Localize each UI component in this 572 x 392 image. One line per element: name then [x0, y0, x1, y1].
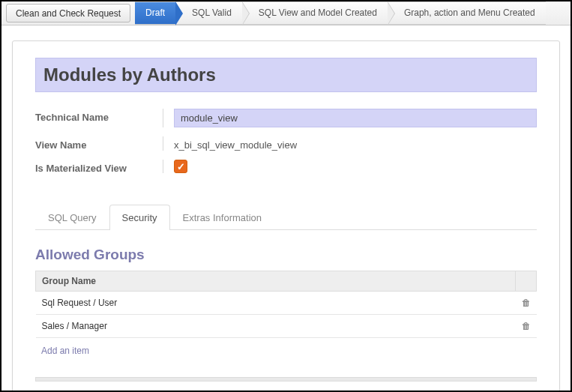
trash-icon: 🗑: [522, 298, 531, 308]
trash-icon: 🗑: [522, 321, 531, 331]
top-toolbar: Clean and Check Request Draft SQL Valid …: [1, 1, 571, 25]
stage-view-model-created[interactable]: SQL View and Model Created: [242, 1, 388, 25]
tab-security[interactable]: Security: [109, 205, 170, 230]
group-name-cell[interactable]: Sql Request / User: [36, 292, 516, 315]
view-name-value: x_bi_sql_view_module_view: [174, 136, 537, 151]
table-row[interactable]: Sales / Manager 🗑: [36, 315, 537, 338]
page-title[interactable]: Modules by Authors: [35, 58, 537, 92]
tab-extras-information[interactable]: Extras Information: [170, 205, 275, 230]
technical-name-label: Technical Name: [35, 109, 163, 123]
tabs: SQL Query Security Extras Information: [35, 204, 537, 230]
stage-draft[interactable]: Draft: [135, 1, 175, 25]
materialized-label: Is Materialized View: [35, 160, 163, 174]
footer-divider: [35, 377, 537, 382]
form-sheet: Modules by Authors Technical Name module…: [12, 40, 560, 392]
add-item-link[interactable]: Add an item: [35, 338, 537, 364]
materialized-checkbox[interactable]: ✓: [174, 160, 187, 173]
delete-row-button[interactable]: 🗑: [516, 315, 537, 338]
status-bar: Draft SQL Valid SQL View and Model Creat…: [135, 1, 571, 25]
clean-check-button[interactable]: Clean and Check Request: [6, 4, 130, 22]
allowed-groups-heading: Allowed Groups: [35, 247, 537, 263]
delete-row-button[interactable]: 🗑: [516, 292, 537, 315]
group-name-cell[interactable]: Sales / Manager: [36, 315, 516, 338]
stage-graph-menu-created[interactable]: Graph, action and Menu Created: [388, 1, 546, 25]
table-row[interactable]: Sql Request / User 🗑: [36, 292, 537, 315]
allowed-groups-table: Group Name Sql Request / User 🗑 Sales / …: [35, 271, 537, 338]
col-group-name[interactable]: Group Name: [36, 271, 516, 292]
stage-sql-valid[interactable]: SQL Valid: [175, 1, 242, 25]
view-name-label: View Name: [35, 136, 163, 151]
tab-sql-query[interactable]: SQL Query: [35, 205, 109, 230]
technical-name-input[interactable]: module_view: [174, 109, 537, 127]
col-actions: [516, 271, 537, 292]
